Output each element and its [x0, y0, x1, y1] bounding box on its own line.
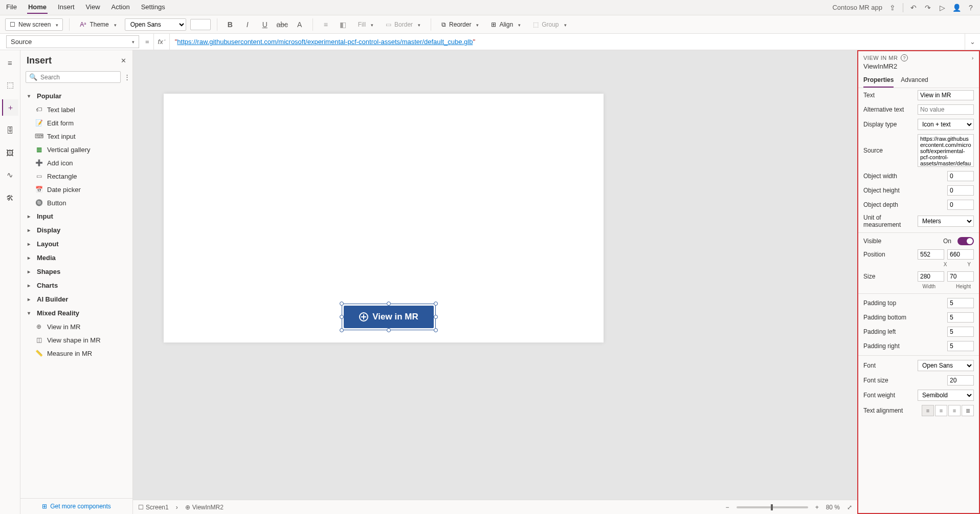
handle-br[interactable] — [434, 328, 438, 332]
menu-home[interactable]: Home — [27, 1, 48, 14]
handle-bc[interactable] — [387, 328, 391, 332]
menu-action[interactable]: Action — [110, 1, 131, 14]
tab-properties[interactable]: Properties — [863, 73, 894, 88]
item-date-picker[interactable]: 📅Date picker — [20, 183, 132, 196]
play-icon[interactable]: ▷ — [938, 4, 946, 12]
more-icon[interactable]: ⋮ — [124, 73, 130, 81]
zoom-slider[interactable] — [737, 506, 808, 508]
new-screen-button[interactable]: ☐New screen — [5, 18, 63, 31]
zoom-out-icon[interactable]: − — [726, 504, 729, 511]
prop-pos-x[interactable] — [918, 249, 944, 260]
handle-tc[interactable] — [387, 302, 391, 306]
search-input[interactable] — [40, 74, 117, 81]
underline-icon[interactable]: U — [258, 18, 272, 31]
prop-size-h[interactable] — [947, 271, 974, 282]
rail-insert-icon[interactable]: ＋ — [2, 99, 18, 116]
item-measure-in-mr[interactable]: 📏Measure in MR — [20, 347, 132, 360]
tab-advanced[interactable]: Advanced — [901, 73, 928, 88]
property-selector[interactable]: Source▾ — [6, 35, 139, 48]
item-text-label[interactable]: 🏷Text label — [20, 103, 132, 116]
italic-icon[interactable]: I — [241, 18, 254, 31]
user-icon[interactable]: 👤 — [952, 4, 961, 12]
fill-button[interactable]: Fill — [354, 19, 377, 30]
cat-input[interactable]: ▸Input — [20, 209, 132, 223]
search-input-wrap[interactable]: 🔍 — [26, 71, 121, 83]
prop-font[interactable]: Open Sans — [918, 360, 974, 371]
rail-tree-icon[interactable]: ⬚ — [2, 77, 18, 93]
prop-font-size[interactable] — [947, 375, 974, 386]
cat-popular[interactable]: ▾Popular — [20, 89, 132, 103]
strike-icon[interactable]: abc — [276, 18, 289, 31]
fit-icon[interactable]: ⤢ — [847, 504, 852, 511]
align-left[interactable]: ≡ — [922, 405, 934, 416]
prop-pad-bottom[interactable] — [947, 312, 974, 323]
cat-charts[interactable]: ▸Charts — [20, 279, 132, 292]
expand-formula-icon[interactable]: ⌄ — [965, 34, 980, 50]
rail-media-icon[interactable]: 🖼 — [2, 144, 18, 161]
group-button[interactable]: ⬚Group — [529, 19, 570, 30]
share-icon[interactable]: ⇪ — [888, 4, 897, 12]
align-button[interactable]: ⊞Align — [487, 19, 525, 30]
handle-tl[interactable] — [340, 302, 344, 306]
theme-button[interactable]: AᵃTheme — [76, 19, 120, 30]
cat-display[interactable]: ▸Display — [20, 223, 132, 237]
prop-obj-depth[interactable] — [947, 200, 974, 210]
prop-size-w[interactable] — [918, 271, 944, 282]
item-view-in-mr[interactable]: ⊕View in MR — [20, 320, 132, 333]
prop-pad-top[interactable] — [947, 298, 974, 308]
screen-canvas[interactable]: View in MR — [164, 94, 604, 342]
handle-mr[interactable] — [434, 315, 438, 319]
formula-input[interactable]: "https://raw.githubusercontent.com/micro… — [170, 38, 965, 46]
close-icon[interactable]: ✕ — [121, 57, 126, 65]
prop-display-type[interactable]: Icon + text — [918, 119, 974, 130]
breadcrumb-screen[interactable]: ☐Screen1 — [138, 504, 169, 511]
prop-font-weight[interactable]: Semibold — [918, 390, 974, 401]
prop-visible-toggle[interactable] — [957, 237, 974, 245]
rail-variables-icon[interactable]: ∿ — [2, 167, 18, 183]
fill-icon[interactable]: ◧ — [337, 18, 350, 31]
font-size-input[interactable] — [190, 19, 211, 30]
prop-obj-height[interactable] — [947, 185, 974, 196]
rail-hamburger-icon[interactable]: ≡ — [2, 54, 18, 71]
menu-insert[interactable]: Insert — [57, 1, 76, 14]
item-edit-form[interactable]: 📝Edit form — [20, 116, 132, 130]
prop-source[interactable]: https://raw.githubusercontent.com/micros… — [918, 134, 974, 167]
prop-obj-width[interactable] — [947, 171, 974, 181]
item-vertical-gallery[interactable]: ▦Vertical gallery — [20, 143, 132, 156]
prop-pos-y[interactable] — [947, 249, 974, 260]
prop-alt[interactable] — [918, 104, 974, 115]
reorder-button[interactable]: ⧉Reorder — [437, 19, 483, 30]
bold-icon[interactable]: B — [224, 18, 237, 31]
prop-pad-left[interactable] — [947, 327, 974, 337]
rail-advanced-icon[interactable]: 🛠 — [2, 189, 18, 206]
font-color-icon[interactable]: A — [293, 18, 306, 31]
item-rectangle[interactable]: ▭Rectangle — [20, 169, 132, 183]
menu-settings[interactable]: Settings — [140, 1, 166, 14]
prop-unit[interactable]: Meters — [918, 216, 974, 227]
redo-icon[interactable]: ↷ — [924, 4, 932, 12]
cat-layout[interactable]: ▸Layout — [20, 237, 132, 251]
menu-view[interactable]: View — [85, 1, 101, 14]
font-select[interactable]: Open Sans — [125, 18, 186, 31]
breadcrumb-control[interactable]: ⊕ViewInMR2 — [185, 504, 224, 511]
fx-icon[interactable]: fx˅ — [153, 34, 170, 50]
help-icon[interactable]: ? — [967, 4, 975, 12]
item-text-input[interactable]: ⌨Text input — [20, 130, 132, 143]
item-button[interactable]: 🔘Button — [20, 196, 132, 209]
undo-icon[interactable]: ↶ — [909, 4, 918, 12]
zoom-in-icon[interactable]: + — [815, 504, 819, 511]
handle-tr[interactable] — [434, 302, 438, 306]
item-add-icon[interactable]: ➕Add icon — [20, 156, 132, 169]
menu-file[interactable]: File — [5, 1, 18, 14]
align-icon[interactable]: ≡ — [319, 18, 332, 31]
panel-collapse-icon[interactable]: › — [972, 55, 974, 61]
border-button[interactable]: ▭Border — [382, 19, 425, 30]
cat-mixed-reality[interactable]: ▾Mixed Reality — [20, 306, 132, 320]
canvas[interactable]: View in MR ☐Screen1 › ⊕ViewInMR2 − + 80 … — [133, 50, 857, 514]
prop-pad-right[interactable] — [947, 341, 974, 351]
view-in-mr-button[interactable]: View in MR — [344, 306, 434, 328]
cat-shapes[interactable]: ▸Shapes — [20, 265, 132, 279]
prop-text[interactable] — [918, 90, 974, 100]
handle-bl[interactable] — [340, 328, 344, 332]
handle-ml[interactable] — [340, 315, 344, 319]
